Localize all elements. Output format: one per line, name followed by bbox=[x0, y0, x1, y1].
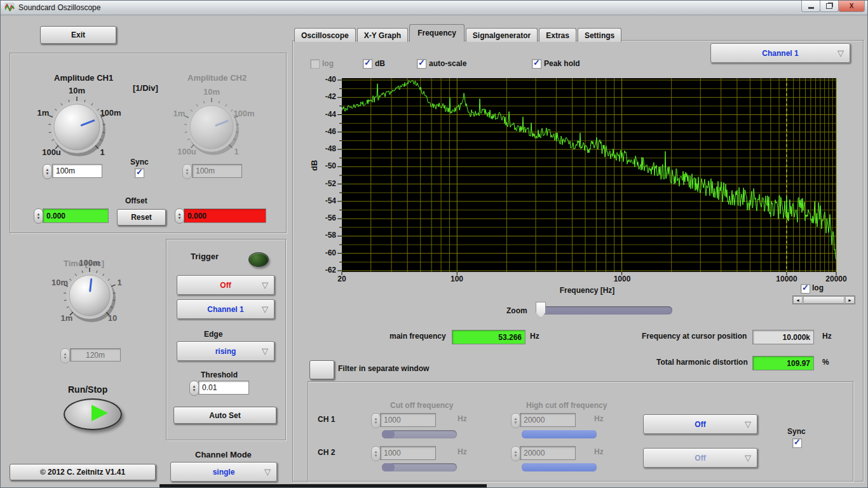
knob-scale-label: 10m bbox=[195, 87, 228, 97]
ch1-high-cutoff-spinner[interactable]: ▲▼ bbox=[511, 413, 520, 428]
tab-x-y-graph[interactable]: X-Y Graph bbox=[357, 28, 408, 42]
time-knob[interactable]: 1m10m100m110 bbox=[42, 252, 137, 341]
cutoff-label: Cut off frequency bbox=[390, 401, 453, 410]
db-checkbox[interactable] bbox=[363, 59, 372, 69]
run-stop-button[interactable] bbox=[64, 398, 122, 430]
time-spinner[interactable]: ▲▼ bbox=[60, 348, 70, 363]
filter-ch1-label: CH 1 bbox=[318, 415, 335, 424]
ch1-high-cutoff-field[interactable]: 20000 bbox=[520, 413, 576, 427]
reset-button[interactable]: Reset bbox=[117, 209, 166, 226]
amplitude-ch1-spinner[interactable]: ▲▼ bbox=[43, 164, 52, 179]
trigger-edge-dropdown[interactable]: rising▽ bbox=[177, 341, 275, 361]
x-log-checkbox[interactable] bbox=[801, 284, 810, 294]
knob-scale-label: 10 bbox=[96, 313, 129, 323]
spectrum-plot[interactable] bbox=[336, 74, 841, 290]
amplitude-ch2-spinner[interactable]: ▲▼ bbox=[182, 164, 192, 179]
knob-scale-label: 1m bbox=[50, 313, 83, 323]
knob-scale-label: 1 bbox=[103, 278, 136, 287]
amplitude-ch2-value[interactable]: 100m bbox=[192, 164, 242, 178]
trigger-mode-dropdown[interactable]: Off▽ bbox=[177, 275, 275, 295]
restore-button[interactable] bbox=[820, 1, 839, 12]
edge-label: Edge bbox=[204, 330, 222, 339]
y-tick-label: -42 bbox=[315, 92, 336, 101]
threshold-field[interactable]: 0.01 bbox=[198, 381, 249, 395]
ch1-cutoff-field[interactable]: 1000 bbox=[380, 413, 436, 427]
db-label: dB bbox=[375, 59, 385, 68]
auto-set-button[interactable]: Auto Set bbox=[173, 407, 276, 424]
filter-window-button[interactable] bbox=[309, 360, 334, 379]
y-axis-title: dB bbox=[309, 160, 319, 171]
scrollbar-thumb[interactable] bbox=[803, 296, 844, 304]
tab-extras[interactable]: Extras bbox=[539, 28, 576, 42]
trigger-edge-value: rising bbox=[215, 347, 236, 356]
log-checkbox[interactable] bbox=[310, 59, 320, 69]
zoom-label: Zoom bbox=[506, 306, 527, 315]
offset-label: Offset bbox=[125, 196, 147, 205]
ch1-cutoff-slider[interactable] bbox=[382, 430, 457, 438]
channel-mode-dropdown[interactable]: single▽ bbox=[170, 462, 277, 482]
ch2-high-cutoff-field[interactable]: 20000 bbox=[520, 446, 576, 460]
knob-scale-label: 100m bbox=[94, 108, 127, 118]
knob-scale-label: 1m bbox=[27, 108, 60, 118]
offset-ch2-spinner[interactable]: ▲▼ bbox=[175, 208, 184, 224]
ch1-filter-mode-value: Off bbox=[695, 420, 705, 429]
cursor-frequency-unit: Hz bbox=[822, 332, 832, 341]
x-axis-title: Frequency [Hz] bbox=[546, 286, 628, 295]
ch2-high-cutoff-slider[interactable] bbox=[522, 463, 597, 471]
zoom-slider[interactable] bbox=[538, 306, 672, 315]
ch2-high-cutoff-spinner[interactable]: ▲▼ bbox=[511, 446, 520, 461]
amplitude-ch2-knob[interactable]: 100u1m10m100m1 bbox=[163, 83, 259, 172]
tab-frequency[interactable]: Frequency bbox=[409, 24, 465, 42]
filter-sync-checkbox[interactable] bbox=[792, 438, 802, 448]
scroll-left-icon[interactable]: ◄ bbox=[793, 296, 803, 304]
peak-hold-label: Peak hold bbox=[544, 59, 580, 68]
y-tick-label: -60 bbox=[315, 248, 336, 257]
scroll-right-icon[interactable]: ► bbox=[845, 296, 855, 304]
amplitude-ch1-knob[interactable]: 100u1m10m100m1 bbox=[29, 83, 125, 172]
ch2-cutoff-field[interactable]: 1000 bbox=[380, 446, 436, 460]
ch1-filter-mode-dropdown[interactable]: Off▽ bbox=[643, 414, 757, 434]
auto-scale-checkbox[interactable] bbox=[417, 59, 426, 69]
peak-hold-checkbox[interactable] bbox=[532, 59, 541, 69]
y-tick-label: -54 bbox=[315, 196, 336, 205]
trigger-title: Trigger bbox=[191, 252, 219, 261]
thd-unit: % bbox=[822, 358, 829, 367]
amplitude-ch1-value[interactable]: 100m bbox=[52, 164, 102, 178]
plot-scrollbar[interactable]: ◄► bbox=[792, 295, 855, 304]
ch2-filter-mode-value: Off bbox=[695, 454, 705, 463]
title-bar: Soundcard Oszilloscope X bbox=[1, 1, 867, 15]
window-title: Soundcard Oszilloscope bbox=[18, 3, 100, 12]
offset-ch1-field[interactable]: 0.000 bbox=[43, 208, 109, 223]
tab-settings[interactable]: Settings bbox=[578, 28, 621, 42]
threshold-spinner[interactable]: ▲▼ bbox=[189, 381, 199, 396]
ch2-cutoff-unit: Hz bbox=[458, 447, 467, 456]
ch2-filter-mode-dropdown[interactable]: Off▽ bbox=[643, 448, 757, 468]
tab-signalgenerator[interactable]: Signalgenerator bbox=[466, 28, 538, 42]
time-value[interactable]: 120m bbox=[70, 348, 121, 362]
x-tick-label: 1000 bbox=[604, 274, 640, 283]
trigger-source-dropdown[interactable]: Channel 1▽ bbox=[177, 299, 275, 319]
x-tick-label: 10000 bbox=[769, 274, 804, 283]
ch2-cutoff-spinner[interactable]: ▲▼ bbox=[371, 446, 381, 461]
offset-ch1-spinner[interactable]: ▲▼ bbox=[34, 208, 43, 224]
chevron-down-icon: ▽ bbox=[837, 48, 844, 57]
tab-oscilloscope[interactable]: Oscilloscope bbox=[294, 28, 356, 42]
trigger-mode-value: Off bbox=[220, 281, 231, 290]
knob-scale-label: 1m bbox=[163, 109, 196, 118]
channel-select-dropdown[interactable]: Channel 1▽ bbox=[710, 43, 850, 63]
tab-bar: OscilloscopeX-Y GraphFrequencySignalgene… bbox=[294, 24, 623, 41]
ch2-cutoff-slider[interactable] bbox=[382, 463, 457, 471]
knob-scale-label: 100m bbox=[227, 109, 261, 118]
ch1-high-cutoff-slider[interactable] bbox=[522, 430, 597, 438]
exit-button[interactable]: Exit bbox=[40, 26, 116, 44]
app-window: Soundcard Oszilloscope X Exit Amplitude … bbox=[0, 0, 868, 488]
close-button[interactable]: X bbox=[838, 1, 865, 12]
minimize-button[interactable] bbox=[801, 1, 820, 12]
ch1-cutoff-spinner[interactable]: ▲▼ bbox=[371, 413, 381, 428]
x-tick-label: 20 bbox=[324, 274, 360, 283]
copyright-button[interactable]: © 2012 C. Zeitnitz V1.41 bbox=[10, 464, 156, 480]
offset-ch2-field[interactable]: 0.000 bbox=[184, 208, 266, 223]
filter-window-label: Filter in separate window bbox=[338, 364, 429, 373]
sync-checkbox[interactable] bbox=[135, 168, 144, 178]
knob-scale-label: 100u bbox=[170, 147, 203, 156]
